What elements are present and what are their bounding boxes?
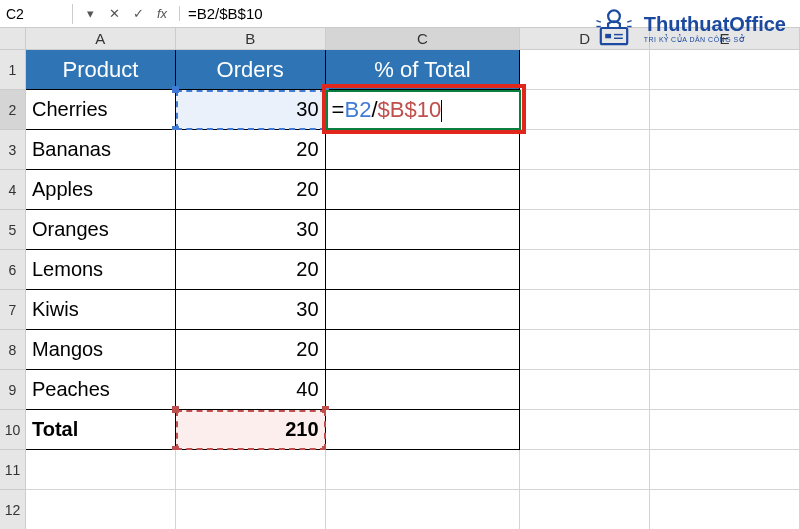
cell-e9[interactable] — [650, 370, 800, 410]
cell-a11[interactable] — [26, 450, 176, 490]
cell-c2[interactable]: =B2/$B$10 — [326, 90, 521, 130]
cell-a12[interactable] — [26, 490, 176, 529]
row-header-1[interactable]: 1 — [0, 50, 26, 90]
cell-e11[interactable] — [650, 450, 800, 490]
cell-a4[interactable]: Apples — [26, 170, 176, 210]
cell-d4[interactable] — [520, 170, 650, 210]
row-header-8[interactable]: 8 — [0, 330, 26, 370]
cell-d1[interactable] — [520, 50, 650, 90]
cell-b12[interactable] — [176, 490, 326, 529]
svg-line-5 — [596, 21, 600, 22]
row-header-11[interactable]: 11 — [0, 450, 26, 490]
row-header-4[interactable]: 4 — [0, 170, 26, 210]
cell-a1[interactable]: Product — [26, 50, 176, 90]
row-header-6[interactable]: 6 — [0, 250, 26, 290]
cell-c5[interactable] — [326, 210, 521, 250]
cell-e2[interactable] — [650, 90, 800, 130]
cell-d2[interactable] — [520, 90, 650, 130]
spreadsheet-grid: A B C D E 1 Product Orders % of Total 2 … — [0, 28, 800, 529]
cell-c6[interactable] — [326, 250, 521, 290]
svg-rect-2 — [614, 34, 623, 35]
col-header-b[interactable]: B — [176, 28, 326, 50]
svg-rect-3 — [614, 38, 623, 39]
col-header-c[interactable]: C — [326, 28, 521, 50]
row-header-2[interactable]: 2 — [0, 90, 26, 130]
logo: ThuthuatOffice TRI KỶ CỦA DÂN CÔNG SỞ — [592, 6, 786, 50]
cell-b10-value: 210 — [285, 418, 318, 441]
cell-c8[interactable] — [326, 330, 521, 370]
cell-e10[interactable] — [650, 410, 800, 450]
cell-b3[interactable]: 20 — [176, 130, 326, 170]
cell-d7[interactable] — [520, 290, 650, 330]
cell-c12[interactable] — [326, 490, 521, 529]
cell-a2[interactable]: Cherries — [26, 90, 176, 130]
cell-e4[interactable] — [650, 170, 800, 210]
row-header-3[interactable]: 3 — [0, 130, 26, 170]
cell-d3[interactable] — [520, 130, 650, 170]
row-header-10[interactable]: 10 — [0, 410, 26, 450]
name-box[interactable]: C2 — [0, 4, 73, 24]
cell-e1[interactable] — [650, 50, 800, 90]
select-all-corner[interactable] — [0, 28, 26, 50]
cell-e7[interactable] — [650, 290, 800, 330]
row-header-5[interactable]: 5 — [0, 210, 26, 250]
cancel-icon[interactable]: ✕ — [107, 6, 121, 21]
cell-d9[interactable] — [520, 370, 650, 410]
cell-b5[interactable]: 30 — [176, 210, 326, 250]
cell-a10[interactable]: Total — [26, 410, 176, 450]
fx-icon[interactable]: fx — [155, 6, 169, 21]
cell-d6[interactable] — [520, 250, 650, 290]
row-header-7[interactable]: 7 — [0, 290, 26, 330]
cell-c1[interactable]: % of Total — [326, 50, 521, 90]
logo-tagline: TRI KỶ CỦA DÂN CÔNG SỞ — [644, 36, 786, 44]
cell-d5[interactable] — [520, 210, 650, 250]
cell-d8[interactable] — [520, 330, 650, 370]
col-header-a[interactable]: A — [26, 28, 176, 50]
cell-b10[interactable]: 210 — [176, 410, 326, 450]
logo-text: ThuthuatOffice — [644, 13, 786, 35]
cell-a9[interactable]: Peaches — [26, 370, 176, 410]
dropdown-icon[interactable]: ▾ — [83, 6, 97, 21]
cell-e5[interactable] — [650, 210, 800, 250]
svg-line-7 — [627, 21, 631, 22]
cell-c7[interactable] — [326, 290, 521, 330]
svg-rect-1 — [605, 34, 611, 38]
formula-bar-buttons: ▾ ✕ ✓ fx — [73, 6, 180, 21]
cell-b1[interactable]: Orders — [176, 50, 326, 90]
cell-a3[interactable]: Bananas — [26, 130, 176, 170]
row-header-9[interactable]: 9 — [0, 370, 26, 410]
svg-rect-0 — [601, 28, 627, 44]
logo-icon — [592, 6, 636, 50]
cell-a7[interactable]: Kiwis — [26, 290, 176, 330]
cell-c11[interactable] — [326, 450, 521, 490]
cell-c4[interactable] — [326, 170, 521, 210]
cell-d10[interactable] — [520, 410, 650, 450]
cell-c3[interactable] — [326, 130, 521, 170]
cell-a8[interactable]: Mangos — [26, 330, 176, 370]
cell-d11[interactable] — [520, 450, 650, 490]
cell-d12[interactable] — [520, 490, 650, 529]
cell-b2-value: 30 — [296, 98, 318, 121]
cell-b4[interactable]: 20 — [176, 170, 326, 210]
cell-e8[interactable] — [650, 330, 800, 370]
cell-b11[interactable] — [176, 450, 326, 490]
cell-b2[interactable]: 30 — [176, 90, 326, 130]
cell-b7[interactable]: 30 — [176, 290, 326, 330]
cell-c9[interactable] — [326, 370, 521, 410]
cell-b9[interactable]: 40 — [176, 370, 326, 410]
formula-display: =B2/$B$10 — [332, 97, 443, 123]
cell-a5[interactable]: Oranges — [26, 210, 176, 250]
cell-b6[interactable]: 20 — [176, 250, 326, 290]
cell-e6[interactable] — [650, 250, 800, 290]
cell-e3[interactable] — [650, 130, 800, 170]
row-header-12[interactable]: 12 — [0, 490, 26, 529]
cell-a6[interactable]: Lemons — [26, 250, 176, 290]
cell-b8[interactable]: 20 — [176, 330, 326, 370]
cell-c10[interactable] — [326, 410, 521, 450]
cell-e12[interactable] — [650, 490, 800, 529]
enter-icon[interactable]: ✓ — [131, 6, 145, 21]
